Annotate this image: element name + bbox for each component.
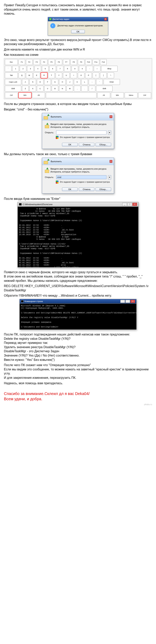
dropdown-icon[interactable]: ▾ — [108, 130, 111, 135]
key-Q: Q — [18, 72, 25, 78]
run-dialog-cmd: Выполнить × Введите имя программы, папки… — [42, 158, 114, 194]
run-desc: Введите имя программы, папки, документа … — [50, 168, 111, 173]
shield-icon — [56, 180, 58, 184]
signoff: Спасибо за внимание.Склеил дл я вас Deka… — [4, 391, 152, 402]
cancel-button[interactable]: Отмена — [79, 188, 94, 191]
dialog-titlebar: Диспетчер задач × — [48, 17, 108, 21]
key-Shift: Shift — [96, 86, 112, 92]
paragraph: Обратите !!!ВНИМАНИЕ!!! что между ...Win… — [4, 294, 152, 298]
key-Shift: Shift — [5, 86, 21, 92]
minimize-button[interactable]: _ — [122, 203, 127, 206]
key-;: ; — [89, 79, 95, 85]
dropdown-icon[interactable]: ▾ — [108, 175, 111, 179]
paragraph: Мы должны получить такое же окно, только… — [4, 152, 152, 156]
close-icon[interactable]: × — [104, 18, 107, 20]
key-D: D — [37, 79, 44, 85]
key-O: O — [78, 72, 84, 78]
key-`: ` — [5, 66, 12, 72]
key-Win: Win — [18, 92, 32, 98]
paragraph: После чего ПК скажет нам что "Операция п… — [4, 363, 152, 380]
open-input[interactable] — [56, 130, 106, 134]
key-N: N — [59, 86, 66, 92]
paragraph: Как показанно на схеме — [4, 53, 152, 57]
key-Enter: Enter — [104, 79, 120, 85]
paragraph: Вводим: "cmd" - без ковычек(") — [4, 107, 152, 112]
key--: - — [86, 66, 93, 72]
key-Z: Z — [22, 86, 29, 92]
browse-button[interactable]: Обзор... — [96, 143, 111, 146]
key-F6: F6 — [56, 59, 62, 65]
key-G: G — [52, 79, 58, 85]
ok-button[interactable]: OK — [62, 143, 78, 146]
close-button[interactable]: × — [130, 300, 135, 303]
key-]: ] — [100, 72, 107, 78]
key-3: 3 — [27, 66, 34, 72]
key-H: H — [59, 79, 66, 85]
key-F9: F9 — [78, 59, 84, 65]
key-F4: F4 — [41, 59, 48, 65]
maximize-button[interactable]: □ — [127, 203, 132, 206]
maximize-button[interactable]: □ — [126, 300, 130, 303]
run-icon — [44, 114, 50, 120]
close-icon[interactable]: × — [110, 160, 112, 163]
key-M: M — [66, 86, 73, 92]
paragraph: Надеюсь, моя помощь вам пригадилась. — [4, 381, 152, 386]
open-label: Открыть: — [45, 176, 54, 179]
key-space — [46, 92, 96, 98]
key-,: , — [74, 86, 80, 92]
key-5: 5 — [42, 66, 48, 72]
key-\: \ — [108, 72, 114, 78]
run-icon — [45, 123, 48, 128]
key-F3: F3 — [33, 59, 40, 65]
taskmgr-error-dialog: Диспетчер задач × Диспетчер задач отключ… — [48, 17, 108, 36]
dialog-message: Диспетчер задач отключен администратором… — [57, 24, 103, 27]
key-F10: F10 — [85, 59, 92, 65]
key-F1: F1 — [18, 59, 25, 65]
key-': ' — [96, 79, 103, 85]
paragraph: После ввода букв нажимаем на "Enter" — [4, 197, 152, 201]
key-[: [ — [92, 72, 99, 78]
watermark: pikabu.ru — [4, 403, 152, 406]
key-B: B — [52, 86, 58, 92]
paragraph: После вы увидите странное окошко, в кото… — [4, 102, 152, 106]
key-/: / — [89, 86, 95, 92]
key-Caps Lock: Caps Lock — [5, 79, 21, 85]
browse-button[interactable]: Обзор... — [96, 188, 111, 191]
paragraph: Это окно, чаще всего результат троянског… — [4, 38, 152, 46]
shield-icon — [56, 136, 58, 139]
key-F12: F12 — [100, 59, 107, 65]
key-.: . — [81, 86, 88, 92]
key-Win: Win — [111, 92, 124, 98]
key-X: X — [30, 86, 36, 92]
key-T: T — [48, 72, 55, 78]
key-I: I — [70, 72, 77, 78]
key-Alt: Alt — [97, 92, 110, 98]
close-icon[interactable]: × — [110, 115, 112, 118]
key-F5: F5 — [48, 59, 55, 65]
terminal-output: Microsoft Windows XP [Версия 5.1.2600] (… — [20, 304, 136, 330]
cancel-button[interactable]: Отмена — [79, 143, 94, 146]
key-E: E — [33, 72, 40, 78]
minimize-button[interactable]: _ — [120, 300, 125, 303]
dialog-title: Выполнить — [51, 115, 62, 118]
key-F8: F8 — [70, 59, 77, 65]
ok-button[interactable]: OK — [71, 30, 85, 33]
open-label: Открыть: — [45, 131, 54, 134]
key-F7: F7 — [63, 59, 70, 65]
open-input[interactable] — [56, 175, 106, 179]
keyboard-diagram: EscF1F2F3F4F5F6F7F8F9F10F11F12`123456789… — [4, 58, 152, 99]
key-P: P — [85, 72, 92, 78]
window-title: Командная строка — [24, 300, 43, 303]
key-F: F — [44, 79, 51, 85]
close-button[interactable]: × — [132, 203, 137, 206]
run-dialog-empty: Выполнить × Введите имя программы, папки… — [42, 113, 114, 149]
key-4: 4 — [34, 66, 41, 72]
key-Y: Y — [56, 72, 62, 78]
key-V: V — [44, 86, 51, 92]
ok-button[interactable]: OK — [62, 188, 78, 191]
key-J: J — [66, 79, 73, 85]
cmd-icon — [19, 203, 22, 206]
key-Ctrl: Ctrl — [5, 92, 18, 98]
key-F2: F2 — [26, 59, 32, 65]
info-icon — [50, 23, 56, 28]
